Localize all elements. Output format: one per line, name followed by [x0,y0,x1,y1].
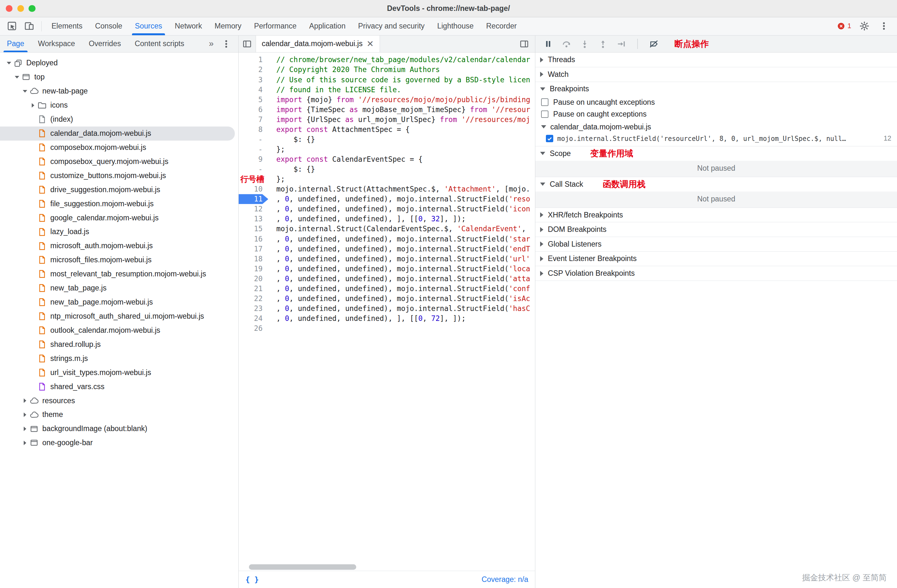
step-out-icon[interactable] [597,38,609,50]
tree-item-theme[interactable]: theme [0,408,238,422]
expand-arrow-icon[interactable] [20,426,29,431]
section-header-scope[interactable]: Scope变量作用域 [535,147,897,161]
expand-arrow-icon[interactable] [20,90,29,93]
tab-recorder[interactable]: Recorder [480,17,523,35]
deactivate-breakpoints-icon[interactable] [648,38,660,50]
tree-item-new-tab-page-js[interactable]: new_tab_page.js [0,281,238,295]
breakpoint-marker[interactable]: 11 [239,194,268,204]
tree-item-strings-m-js[interactable]: strings.m.js [0,351,238,365]
coverage-link[interactable]: Coverage: n/a [482,575,528,584]
editor-tab-calendar-data[interactable]: calendar_data.mojom-webui.js ✕ [256,35,380,52]
section-header-xhr-fetch-breakpoints[interactable]: XHR/fetch Breakpoints [535,208,897,222]
tree-item-drive-suggestion-mojom-webui-js[interactable]: drive_suggestion.mojom-webui.js [0,183,238,197]
step-over-icon[interactable] [561,38,572,50]
section-header-watch[interactable]: Watch [535,67,897,82]
tree-item-shared-rollup-js[interactable]: shared.rollup.js [0,337,238,351]
tree-item-backgroundimage-about-blank[interactable]: backgroundImage (about:blank) [0,422,238,436]
section-header-call-stack[interactable]: Call Stack函数调用栈 [535,177,897,191]
tab-privacy-and-security[interactable]: Privacy and security [352,17,431,35]
tree-item-deployed[interactable]: Deployed [0,56,238,70]
tree-item-microsoft-auth-mojom-webui-js[interactable]: microsoft_auth.mojom-webui.js [0,239,238,253]
navigator-tab-content-scripts[interactable]: Content scripts [128,35,191,52]
line-number[interactable]: 1 [239,55,268,65]
section-header-event-listener-breakpoints[interactable]: Event Listener Breakpoints [535,252,897,266]
line-gutter-annotation[interactable]: 行号槽 [239,174,268,184]
tab-elements[interactable]: Elements [45,17,89,35]
line-number[interactable]: 12 [239,204,268,214]
line-number[interactable]: 6 [239,105,268,115]
section-header-dom-breakpoints[interactable]: DOM Breakpoints [535,222,897,237]
tab-sources[interactable]: Sources [129,17,168,35]
step-into-icon[interactable] [579,38,591,50]
line-number[interactable]: 20 [239,274,268,284]
tab-performance[interactable]: Performance [248,17,303,35]
line-number[interactable]: 18 [239,254,268,264]
line-number[interactable]: 21 [239,284,268,294]
code-editor[interactable]: 1// chrome/browser/new_tab_page/modules/… [239,52,535,564]
breakpoint-entry-checkbox[interactable] [546,135,553,142]
pretty-print-icon[interactable]: { } [245,575,259,584]
tree-item-composebox-mojom-webui-js[interactable]: composebox.mojom-webui.js [0,141,238,155]
tree-item-composebox-query-mojom-webui-js[interactable]: composebox_query.mojom-webui.js [0,154,238,168]
tree-item-microsoft-files-mojom-webui-js[interactable]: microsoft_files.mojom-webui.js [0,253,238,267]
breakpoint-file-group[interactable]: calendar_data.mojom-webui.js [535,121,897,133]
line-number[interactable]: 17 [239,244,268,254]
line-number[interactable]: 2 [239,65,268,75]
line-number[interactable]: 22 [239,294,268,304]
tree-item-new-tab-page[interactable]: new-tab-page [0,84,238,98]
tab-application[interactable]: Application [303,17,352,35]
section-header-csp-violation-breakpoints[interactable]: CSP Violation Breakpoints [535,266,897,281]
tree-item-lazy-load-js[interactable]: lazy_load.js [0,225,238,239]
navigator-toggle-icon[interactable] [239,35,256,52]
horizontal-scrollbar-thumb[interactable] [249,564,357,570]
tree-item-one-google-bar[interactable]: one-google-bar [0,436,238,450]
zoom-button[interactable] [29,5,35,12]
tree-item-new-tab-page-mojom-webui-js[interactable]: new_tab_page.mojom-webui.js [0,295,238,309]
settings-gear-icon[interactable] [857,18,872,33]
tree-item-google-calendar-mojom-webui-js[interactable]: google_calendar.mojom-webui.js [0,211,238,225]
line-number[interactable]: 19 [239,264,268,274]
breakpoint-entry[interactable]: mojo.internal.StructField('resourceUrl',… [535,133,897,146]
expand-arrow-icon[interactable] [20,412,29,417]
expand-arrow-icon[interactable] [5,62,13,64]
tab-console[interactable]: Console [89,17,129,35]
line-number[interactable]: 10 [239,184,268,194]
line-number[interactable]: 4 [239,85,268,95]
line-number[interactable]: - [239,134,268,144]
expand-arrow-icon[interactable] [20,441,29,445]
section-header-breakpoints[interactable]: Breakpoints [535,82,897,96]
tree-item-customize-buttons-mojom-webui-js[interactable]: customize_buttons.mojom-webui.js [0,168,238,183]
close-tab-icon[interactable]: ✕ [366,40,373,48]
tree-item-most-relevant-tab-resumption-mojom-webui-js[interactable]: most_relevant_tab_resumption.mojom-webui… [0,267,238,281]
pause-on-uncaught-exceptions-checkbox[interactable] [541,98,548,106]
line-number[interactable]: 24 [239,313,268,324]
navigator-tab-overrides[interactable]: Overrides [82,35,128,52]
line-number[interactable]: 15 [239,224,268,234]
more-tabs-icon[interactable]: » [206,39,217,49]
tab-memory[interactable]: Memory [208,17,248,35]
tree-item-file-suggestion-mojom-webui-js[interactable]: file_suggestion.mojom-webui.js [0,197,238,211]
inspect-element-icon[interactable] [5,18,19,33]
tree-item-icons[interactable]: icons [0,98,238,112]
line-number[interactable]: - [239,164,268,174]
tree-item-index[interactable]: (index) [0,112,238,127]
line-number[interactable]: 16 [239,234,268,244]
line-number[interactable]: 7 [239,115,268,125]
line-number[interactable]: 9 [239,154,268,164]
tree-item-shared-vars-css[interactable]: shared_vars.css [0,380,238,394]
tree-item-url-visit-types-mojom-webui-js[interactable]: url_visit_types.mojom-webui.js [0,365,238,380]
navigator-tab-page[interactable]: Page [0,35,31,52]
tab-lighthouse[interactable]: Lighthouse [431,17,480,35]
device-toolbar-icon[interactable] [22,18,37,33]
line-number[interactable]: 13 [239,214,268,224]
minimize-button[interactable] [17,5,24,12]
step-icon[interactable] [615,38,627,50]
tree-item-outlook-calendar-mojom-webui-js[interactable]: outlook_calendar.mojom-webui.js [0,323,238,337]
kebab-menu-icon[interactable] [877,18,891,33]
navigator-menu-icon[interactable] [219,37,234,51]
line-number[interactable]: - [239,144,268,154]
line-number[interactable]: 8 [239,125,268,134]
pause-icon[interactable] [542,38,554,50]
close-button[interactable] [6,5,12,12]
navigator-tab-workspace[interactable]: Workspace [31,35,82,52]
